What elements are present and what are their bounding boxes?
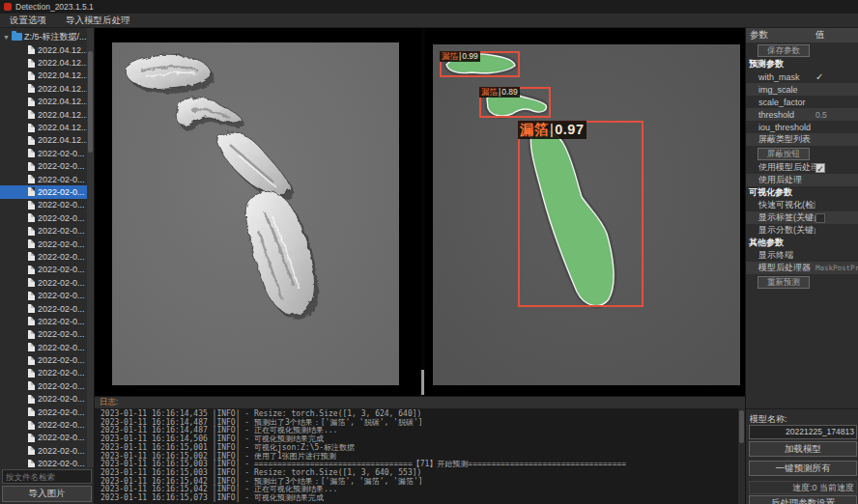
tree-item[interactable]: 2022-02-0... [0,432,94,444]
result-image-panel[interactable]: 漏箔|0.99漏箔|0.89漏箔|0.97 [425,28,745,396]
param-row[interactable]: scale_factor [746,96,858,108]
model-name-field[interactable]: 20221225_174813 [749,425,857,439]
tree-item[interactable]: 2022-02-0... [0,160,94,173]
param-row[interactable]: img_scale [746,83,858,96]
tree-item-label: 2022-02-0... [38,394,85,404]
param-row[interactable]: 屏蔽类型列表 [746,133,858,146]
param-row[interactable]: threshold0.5 [746,108,858,121]
param-row[interactable]: with_mask✓ [746,70,858,83]
tree-item[interactable]: 2022-02-0... [0,379,94,392]
tree-scrollbar[interactable] [87,28,94,467]
param-button-row: 屏蔽按钮 [746,146,858,161]
log-title: 日志: [100,397,118,408]
tree-item-label: 2022-02-0... [38,278,85,288]
param-row[interactable]: 使用后处理 [746,174,858,186]
file-icon [28,395,35,404]
tree-item[interactable]: 2022-02-0... [0,199,94,211]
log-scrollbar-thumb[interactable] [739,410,744,443]
tree-item[interactable]: 2022.04.12... [0,108,94,121]
tree-item[interactable]: 2022.04.12... [0,96,94,108]
file-icon [28,343,35,351]
param-row[interactable]: 模型后处理器MaskPostPro [746,262,858,274]
tree-item-label: 2022-02-0... [38,343,85,352]
tree-item[interactable]: 2022-02-0... [0,185,94,198]
tree-item-label: 2022-02-0... [38,291,85,300]
tree-item[interactable]: 2022-02-0... [0,302,94,315]
load-model-button[interactable]: 加载模型 [749,441,857,457]
param-button[interactable]: 保存参数 [758,44,810,57]
filename-search-input[interactable] [2,469,92,484]
menu-bar: 设置选项 导入模型后处理 [0,14,858,28]
checkbox-unchecked[interactable] [815,213,825,223]
detection-label: 漏箔|0.99 [440,51,480,62]
tree-item[interactable]: 2022-02-0... [0,406,94,418]
file-icon [28,460,35,467]
param-button[interactable]: 屏蔽按钮 [758,148,810,160]
tree-item[interactable]: 2022.04.12... [0,134,94,147]
tree-item[interactable]: 2022-02-0... [0,353,94,366]
result-image[interactable]: 漏箔|0.99漏箔|0.89漏箔|0.97 [433,44,740,385]
tree-item[interactable]: 2022.04.12... [0,82,94,95]
tree-item[interactable]: 2022-02-0... [0,367,94,379]
original-image[interactable] [112,42,399,385]
postprocess-settings-button[interactable]: 后处理参数设置 [749,495,857,504]
log-output[interactable]: 2023-01-11 16:16:14,435 |INFO| - Resize:… [95,408,745,504]
tree-item[interactable]: 2022-02-0... [0,211,94,224]
tree-item[interactable]: 2022-02-0... [0,458,94,468]
file-icon [28,239,35,248]
tree-item[interactable]: 2022.04.12... [0,121,94,133]
tree-item[interactable]: 2022-02-0... [0,418,94,431]
tree-item[interactable]: 2022-02-0... [0,341,94,353]
checkbox-checked[interactable]: ✓ [815,163,825,173]
tree-item[interactable]: 2022-02-0... [0,393,94,406]
tree-item[interactable]: 2022-02-0... [0,250,94,263]
param-row[interactable]: 使用模型后处理✓ [746,161,858,174]
tree-item[interactable]: 2022-02-0... [0,276,94,289]
tree-item-label: 2022-02-0... [38,459,85,467]
detection-score: 0.97 [555,121,584,139]
original-image-panel[interactable] [95,28,421,396]
file-icon [28,175,35,183]
param-row[interactable]: iou_threshold [746,121,858,133]
tree-item[interactable]: 2022-02-0... [0,173,94,185]
file-icon [28,369,35,378]
file-icon [28,124,35,132]
param-value-text: 0.5 [815,110,827,120]
predict-all-button[interactable]: 一键预测所有 [749,461,857,476]
file-icon [28,201,35,210]
param-button-row: 重新预测 [746,274,858,290]
tree-item[interactable]: 2022-02-0... [0,315,94,327]
param-row[interactable]: 显示终端 [746,249,858,262]
tree-item[interactable]: 2022.04.12... [0,70,94,82]
import-image-button[interactable]: 导入图片 [2,486,92,502]
tree-item[interactable]: 2022-02-0... [0,289,94,301]
tree-item[interactable]: 2022-02-0... [0,224,94,237]
splitter-handle[interactable] [421,370,424,395]
original-image-canvas [112,42,399,385]
tree-root-item[interactable]: ▼ Z:/5-标注数据/... [0,30,94,43]
menu-item-import-postprocess[interactable]: 导入模型后处理 [56,14,140,27]
param-row[interactable]: 快速可视化(检测) [746,199,858,211]
file-icon [28,98,35,106]
param-row[interactable]: 显示标签(关键点) [746,211,858,224]
tree-item-label: 2022-02-0... [38,368,85,378]
tree-item[interactable]: 2022-02-0... [0,444,94,457]
params-panel: 参数 值 保存参数预测参数with_mask✓img_scalescale_fa… [746,28,858,504]
menu-item-settings[interactable]: 设置选项 [0,14,56,27]
scrollbar-thumb[interactable] [88,51,93,153]
tree-item[interactable]: 2022.04.12... [0,43,94,56]
param-value-text: MaskPostPro [815,264,858,272]
param-row[interactable]: 显示分数(关键点) [746,224,858,237]
log-scrollbar[interactable] [738,408,745,504]
tree-item[interactable]: 2022.04.12... [0,56,94,69]
expand-arrow-icon[interactable]: ▼ [3,34,10,41]
tree-item[interactable]: 2022-02-0... [0,147,94,159]
tree-item[interactable]: 2022-02-0... [0,264,94,276]
tree-item-label: 2022.04.12... [38,58,89,68]
param-label: threshold [746,110,815,120]
tree-item[interactable]: 2022-02-0... [0,238,94,250]
tree-item[interactable]: 2022-02-0... [0,328,94,341]
tree-item-label: 2022-02-0... [38,213,85,223]
param-button[interactable]: 重新预测 [758,276,810,289]
app-window: Detection_2023.1.5.1 设置选项 导入模型后处理 ▼ Z:/5… [0,0,858,504]
